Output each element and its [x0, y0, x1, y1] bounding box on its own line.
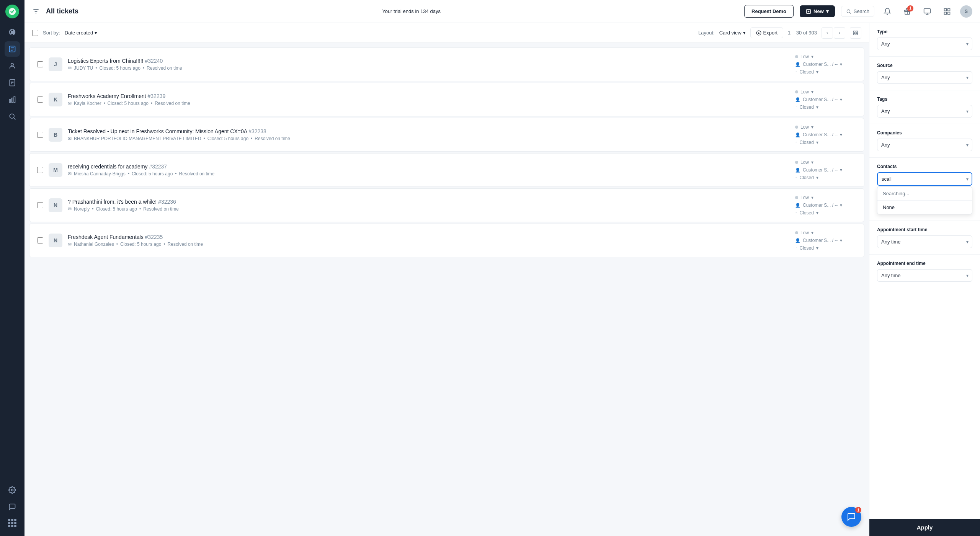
ticket-id: #32237: [149, 163, 167, 170]
ticket-checkbox[interactable]: [37, 132, 43, 138]
apps-grid-button[interactable]: [940, 5, 954, 18]
ticket-id: #32240: [145, 58, 163, 64]
email-icon: ✉: [68, 171, 72, 176]
group-chevron: ▾: [840, 203, 842, 208]
ticket-meta: ✉ JUDY TU • Closed: 5 hours ago • Resolv…: [68, 65, 790, 71]
nav-item-reports[interactable]: [5, 92, 20, 107]
ticket-assignee: Nathaniel Gonzales: [74, 242, 114, 247]
next-page-button[interactable]: [834, 27, 845, 39]
priority-value: Low: [800, 54, 809, 59]
filter-companies-section: Companies Any: [869, 124, 980, 158]
ticket-checkbox[interactable]: [37, 237, 43, 243]
prev-page-button[interactable]: [822, 27, 833, 39]
ticket-card[interactable]: N ? Prashanthini from, it's been a while…: [29, 188, 864, 222]
ticket-card[interactable]: J Logistics Experts from China!!!!! #322…: [29, 47, 864, 81]
layout-button[interactable]: Card view ▾: [719, 30, 746, 36]
export-button[interactable]: Export: [750, 27, 784, 38]
select-all-checkbox[interactable]: [32, 30, 38, 36]
chat-fab-badge: 1: [855, 507, 861, 513]
none-option[interactable]: None: [877, 201, 972, 214]
nav-item-apps[interactable]: [5, 516, 20, 531]
chat-fab-button[interactable]: 1: [841, 507, 861, 527]
svg-rect-38: [854, 31, 855, 32]
user-avatar[interactable]: S: [960, 5, 972, 18]
status-prop: ↑ Closed ▾: [795, 140, 818, 145]
monitor-button[interactable]: [920, 5, 934, 18]
status-icon: ↑: [795, 246, 797, 250]
email-icon: ✉: [68, 206, 72, 212]
nav-item-globe[interactable]: [5, 25, 20, 40]
ticket-assignee: BHANKHUR PORTFOLIO MANAGEMENT PRIVATE LI…: [74, 136, 201, 141]
group-value: Customer S... / --: [803, 97, 838, 102]
contacts-search-input[interactable]: [877, 172, 972, 186]
ticket-checkbox[interactable]: [37, 61, 43, 67]
notifications-button[interactable]: [880, 5, 894, 18]
page-navigation: [822, 27, 845, 39]
svg-rect-12: [14, 97, 15, 103]
ticket-card[interactable]: N Freshdesk Agent Fundamentals #32235 ✉ …: [29, 224, 864, 257]
tags-filter-select[interactable]: Any: [877, 105, 972, 118]
group-chevron: ▾: [840, 62, 842, 67]
ticket-checkbox[interactable]: [37, 96, 43, 103]
ticket-resolution: Resolved on time: [155, 101, 190, 106]
pagination-info: 1 – 30 of 903: [788, 30, 817, 36]
status-icon: ↑: [795, 70, 797, 74]
source-filter-label: Source: [877, 63, 972, 68]
nav-item-contacts[interactable]: [5, 58, 20, 74]
ticket-info: Ticket Resolved - Up next in Freshworks …: [68, 128, 790, 141]
ticket-title: Ticket Resolved - Up next in Freshworks …: [68, 128, 790, 134]
priority-value: Low: [800, 195, 809, 200]
svg-rect-30: [944, 8, 947, 11]
group-icon: 👤: [795, 168, 800, 173]
search-button[interactable]: Search: [841, 6, 874, 17]
grid-view-button[interactable]: [850, 27, 861, 39]
ticket-card[interactable]: B Ticket Resolved - Up next in Freshwork…: [29, 118, 864, 152]
ticket-checkbox[interactable]: [37, 202, 43, 208]
new-button[interactable]: New ▾: [800, 5, 835, 17]
group-chevron: ▾: [840, 97, 842, 102]
appointment-end-select[interactable]: Any time: [877, 269, 972, 282]
ticket-properties: Low ▾ 👤 Customer S... / -- ▾ ↑ Closed ▾: [795, 54, 856, 75]
ticket-card[interactable]: M receiving credentials for academy #322…: [29, 153, 864, 187]
request-demo-button[interactable]: Request Demo: [744, 5, 794, 18]
nav-item-search[interactable]: [5, 109, 20, 124]
svg-rect-32: [948, 12, 950, 14]
source-filter-select[interactable]: Any: [877, 71, 972, 84]
ticket-properties: Low ▾ 👤 Customer S... / -- ▾ ↑ Closed ▾: [795, 160, 856, 180]
filter-toggle-button[interactable]: [32, 8, 40, 15]
app-logo[interactable]: [5, 5, 19, 18]
group-chevron: ▾: [840, 167, 842, 173]
priority-dot: [795, 231, 798, 234]
ticket-properties: Low ▾ 👤 Customer S... / -- ▾ ↑ Closed ▾: [795, 230, 856, 251]
group-icon: 👤: [795, 203, 800, 208]
svg-rect-27: [924, 8, 931, 13]
status-chevron: ▾: [816, 69, 818, 75]
ticket-status-time: Closed: 5 hours ago: [207, 136, 248, 141]
source-filter-wrapper: Any: [877, 71, 972, 84]
type-filter-label: Type: [877, 29, 972, 34]
ticket-card[interactable]: K Freshworks Academy Enrollment #32239 ✉…: [29, 83, 864, 116]
gifts-button[interactable]: 1: [900, 5, 914, 18]
ticket-status-time: Closed: 5 hours ago: [120, 242, 161, 247]
nav-item-knowledge[interactable]: [5, 75, 20, 90]
apply-filter-button[interactable]: Apply: [869, 519, 980, 536]
nav-item-chat[interactable]: [5, 499, 20, 515]
companies-filter-wrapper: Any: [877, 139, 972, 151]
priority-dot: [795, 55, 798, 58]
appointment-start-select[interactable]: Any time: [877, 235, 972, 248]
appointment-end-label: Appointment end time: [877, 261, 972, 266]
nav-item-settings[interactable]: [5, 482, 20, 498]
priority-dot: [795, 126, 798, 129]
export-label: Export: [763, 30, 778, 36]
nav-item-tickets[interactable]: [5, 41, 20, 57]
contacts-search-dropdown: Searching... None: [877, 186, 972, 214]
companies-filter-select[interactable]: Any: [877, 139, 972, 151]
layout-label: Layout:: [698, 30, 715, 36]
contacts-filter-label: Contacts: [877, 164, 972, 169]
type-filter-select[interactable]: Any: [877, 38, 972, 50]
ticket-checkbox[interactable]: [37, 167, 43, 173]
status-prop: ↑ Closed ▾: [795, 69, 818, 75]
sort-by-button[interactable]: Date created ▾: [65, 30, 97, 36]
ticket-properties: Low ▾ 👤 Customer S... / -- ▾ ↑ Closed ▾: [795, 124, 856, 145]
svg-line-23: [849, 12, 851, 13]
